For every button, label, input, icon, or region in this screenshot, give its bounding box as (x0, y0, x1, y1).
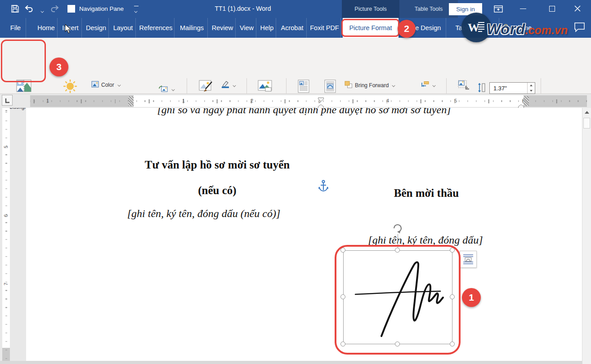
horizontal-ruler[interactable]: 1 1 2 3 4 5 6 (30, 95, 587, 107)
annotation-badge-2: 2 (398, 20, 416, 38)
right-margin-hatch[interactable] (524, 96, 529, 106)
tab-home[interactable]: Home (35, 18, 58, 38)
align-objects-icon (421, 81, 429, 89)
scroll-up-button[interactable] (583, 108, 591, 116)
picture-tools-header: Picture Tools (342, 0, 399, 18)
undo-dropdown-icon[interactable] (40, 7, 44, 15)
tab-layout[interactable]: Layout (111, 18, 136, 38)
layout-options-button[interactable] (460, 251, 477, 268)
signature-image[interactable] (343, 250, 452, 344)
save-icon[interactable] (11, 4, 19, 15)
ribbon: Remove Background Corrections Color Arti… (0, 38, 591, 94)
document-page[interactable]: [ghi số và ngày phát hành quyết định phê… (26, 108, 582, 364)
resize-handle-middle-left[interactable] (340, 294, 345, 299)
tab-stop-selector[interactable] (2, 95, 13, 106)
tab-table-layout[interactable]: Table Layout (449, 18, 499, 38)
remove-background-icon (16, 79, 32, 95)
sign-in-button[interactable]: Sign in (449, 3, 482, 15)
doc-left-note: [ghi tên, ký tên, đóng dấu (nếu có)] (85, 208, 323, 220)
shape-height-icon (478, 83, 486, 94)
crop-icon (456, 78, 470, 94)
color-icon (91, 81, 99, 89)
resize-handle-top-right[interactable] (450, 248, 455, 253)
bring-forward-button[interactable]: Bring Forward (345, 81, 395, 90)
layout-options-icon (462, 253, 474, 265)
resize-handle-bottom-center[interactable] (395, 342, 400, 346)
resize-handle-top-center[interactable] (395, 248, 400, 253)
annotation-badge-1: 1 (462, 288, 481, 307)
navigation-pane-checkbox[interactable] (67, 5, 75, 13)
navigation-pane-label: Navigation Pane (79, 5, 124, 12)
rotate-handle-icon[interactable] (392, 222, 403, 236)
feedback-icon[interactable] (574, 22, 585, 34)
tab-help[interactable]: Help (258, 18, 276, 38)
picture-border-icon (221, 81, 229, 89)
tab-design[interactable]: Design (84, 18, 109, 38)
ribbon-tab-row: File Home Insert Design Layout Reference… (0, 18, 591, 38)
quick-styles-icon (198, 79, 214, 95)
align-objects-button[interactable] (421, 81, 435, 89)
height-increment-button[interactable] (528, 83, 535, 88)
redo-icon[interactable] (50, 4, 59, 14)
document-title: TT1 (1).docx - Word (180, 5, 306, 12)
ribbon-display-options-icon[interactable] (493, 4, 503, 15)
tab-mailings[interactable]: Mailings (176, 18, 208, 38)
change-picture-button[interactable] (158, 84, 175, 94)
undo-icon[interactable] (24, 4, 33, 14)
title-bar: Navigation Pane TT1 (1).docx - Word Pict… (0, 0, 591, 18)
doc-left-subtitle: (nếu có) (98, 184, 336, 197)
tab-picture-format[interactable]: Picture Format (343, 18, 398, 38)
tab-file[interactable]: File (5, 18, 26, 38)
change-picture-icon (158, 84, 168, 94)
doc-clipped-line: [ghi số và ngày phát hành quyết định phê… (26, 108, 582, 116)
wrap-text-icon (323, 79, 337, 95)
tab-tell-me[interactable]: Tell me (500, 18, 534, 38)
anchor-icon (318, 180, 328, 194)
minimize-button[interactable] (520, 9, 526, 9)
annotation-badge-3: 3 (49, 58, 68, 76)
resize-handle-bottom-left[interactable] (340, 342, 345, 346)
qat-more-icon[interactable] (134, 6, 139, 15)
bring-forward-icon (345, 81, 353, 90)
resize-handle-top-left[interactable] (340, 248, 345, 253)
corrections-icon (63, 79, 77, 95)
doc-left-title: Tư vấn lập hồ sơ mời sơ tuyển (98, 159, 336, 171)
mouse-cursor (65, 24, 72, 36)
color-button[interactable]: Color (91, 81, 121, 89)
tab-acrobat[interactable]: Acrobat (278, 18, 307, 38)
doc-right-note: [ghi tên, ký tên, đóng dấu] (355, 234, 496, 246)
position-icon (297, 79, 310, 95)
lightbulb-icon (503, 24, 509, 32)
tab-view[interactable]: View (237, 18, 256, 38)
maximize-button[interactable] (549, 6, 555, 12)
alt-text-icon (257, 79, 273, 95)
height-decrement-button[interactable] (528, 88, 535, 93)
word-window: Navigation Pane TT1 (1).docx - Word Pict… (0, 0, 591, 364)
vertical-ruler[interactable]: 5 6 7 (2, 108, 10, 364)
tab-review[interactable]: Review (210, 18, 236, 38)
bottom-strip (0, 361, 591, 364)
tab-foxit-pdf[interactable]: Foxit PDF (309, 18, 341, 38)
doc-right-title: Bên mời thầu (367, 187, 486, 200)
close-button[interactable] (574, 5, 581, 13)
picture-border-button[interactable] (221, 81, 236, 89)
scrollbar-thumb[interactable] (583, 118, 590, 129)
tab-references[interactable]: References (138, 18, 175, 38)
left-margin-hatch[interactable] (128, 96, 134, 106)
ruler-row: 1 1 2 3 4 5 6 (0, 94, 591, 108)
shape-height-field[interactable]: 1.37" (489, 82, 535, 94)
resize-handle-middle-right[interactable] (450, 294, 455, 299)
vertical-scrollbar[interactable] (582, 108, 591, 364)
resize-handle-bottom-right[interactable] (450, 342, 455, 346)
